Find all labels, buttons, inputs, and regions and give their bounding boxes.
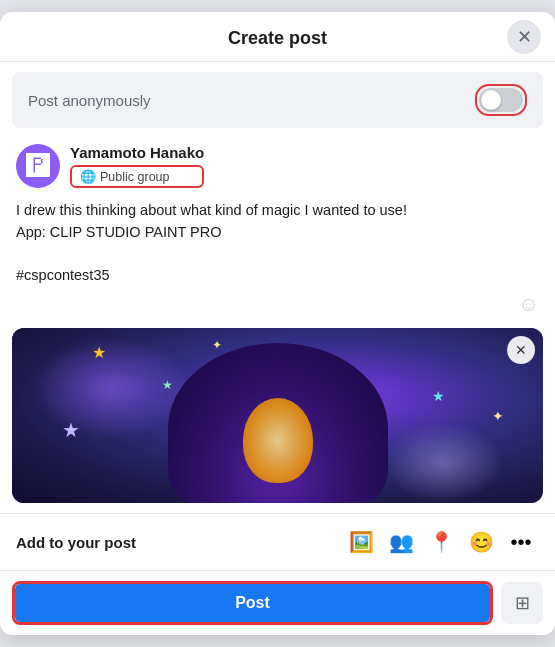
avatar: 🅿: [16, 144, 60, 188]
toggle-wrapper: [475, 84, 527, 116]
feeling-icon: 😊: [469, 530, 494, 554]
post-text-area: I drew this thinking about what kind of …: [0, 192, 555, 291]
star-7: ★: [162, 378, 173, 392]
globe-icon: 🌐: [80, 169, 96, 184]
post-text[interactable]: I drew this thinking about what kind of …: [16, 200, 539, 287]
more-options-button[interactable]: •••: [503, 524, 539, 560]
emoji-row: ☺: [0, 291, 555, 322]
post-button[interactable]: Post: [15, 584, 490, 622]
more-icon: •••: [510, 531, 531, 554]
close-button[interactable]: ✕: [507, 20, 541, 54]
add-to-post-bar: Add to your post 🖼️ 👥 📍 😊 •••: [0, 513, 555, 571]
user-info: Yamamoto Hanako 🌐 Public group: [70, 144, 204, 188]
anonymous-label: Post anonymously: [28, 92, 151, 109]
grid-layout-button[interactable]: ⊞: [501, 582, 543, 624]
artwork: ★ ✦ ★ ✦ ★ ✦ ★ ✦: [12, 328, 543, 503]
grid-icon: ⊞: [515, 592, 530, 614]
image-preview: ★ ✦ ★ ✦ ★ ✦ ★ ✦ ✕: [12, 328, 543, 503]
tag-people-icon: 👥: [389, 530, 414, 554]
star-1: ★: [92, 343, 106, 362]
location-button[interactable]: 📍: [423, 524, 459, 560]
anonymous-toggle[interactable]: [479, 88, 523, 112]
star-4: ✦: [212, 338, 222, 352]
group-badge[interactable]: 🌐 Public group: [70, 165, 204, 188]
add-to-post-label: Add to your post: [16, 534, 136, 551]
art-face: [243, 398, 313, 483]
post-button-wrapper: Post: [12, 581, 493, 625]
modal-title: Create post: [228, 28, 327, 49]
add-icons-group: 🖼️ 👥 📍 😊 •••: [343, 524, 539, 560]
tag-people-button[interactable]: 👥: [383, 524, 419, 560]
post-footer: Post ⊞: [0, 571, 555, 635]
user-name: Yamamoto Hanako: [70, 144, 204, 161]
photo-video-button[interactable]: 🖼️: [343, 524, 379, 560]
emoji-button[interactable]: ☺: [519, 293, 539, 316]
star-8: ✦: [492, 408, 504, 424]
emoji-icon: ☺: [519, 293, 539, 315]
image-close-button[interactable]: ✕: [507, 336, 535, 364]
modal-header: Create post ✕: [0, 12, 555, 62]
art-glow-right: [383, 423, 503, 503]
avatar-icon: 🅿: [26, 152, 50, 180]
star-5: ★: [62, 418, 80, 442]
location-icon: 📍: [429, 530, 454, 554]
star-3: ★: [432, 388, 445, 404]
create-post-modal: Create post ✕ Post anonymously 🅿 Yamamot…: [0, 12, 555, 635]
toggle-knob: [481, 90, 501, 110]
anonymous-row: Post anonymously: [12, 72, 543, 128]
group-label: Public group: [100, 170, 170, 184]
user-section: 🅿 Yamamoto Hanako 🌐 Public group: [0, 138, 555, 192]
close-icon: ✕: [517, 26, 532, 48]
photo-icon: 🖼️: [349, 530, 374, 554]
image-close-icon: ✕: [515, 342, 527, 358]
feeling-button[interactable]: 😊: [463, 524, 499, 560]
